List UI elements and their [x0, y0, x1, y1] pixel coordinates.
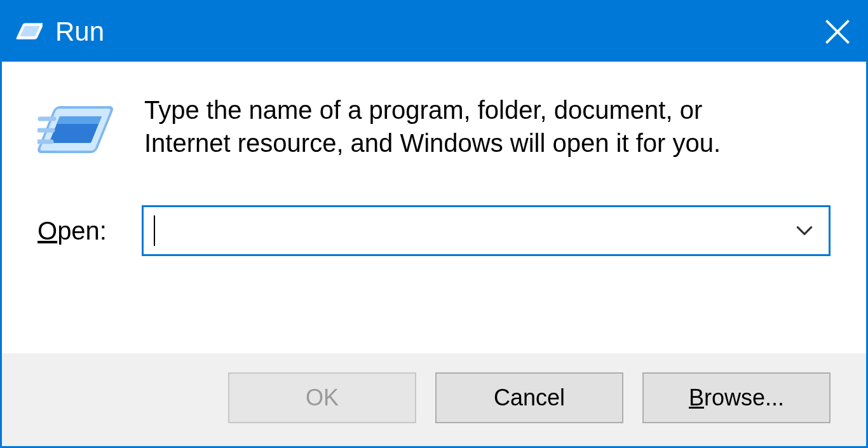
open-label: Open:	[37, 217, 142, 245]
ok-button[interactable]: OK	[228, 372, 416, 423]
browse-button-label: Browse...	[689, 384, 784, 411]
window-title: Run	[55, 17, 809, 47]
svg-rect-6	[57, 116, 102, 124]
combobox-dropdown-button[interactable]	[787, 212, 822, 250]
ok-button-label: OK	[306, 384, 339, 411]
titlebar[interactable]: Run	[2, 2, 866, 62]
open-input[interactable]	[155, 212, 787, 250]
run-dialog-window: Run	[0, 0, 868, 448]
chevron-down-icon	[794, 220, 815, 241]
close-button[interactable]	[809, 2, 866, 62]
open-combobox[interactable]	[142, 205, 831, 256]
close-icon	[824, 18, 851, 46]
dialog-description: Type the name of a program, folder, docu…	[144, 93, 792, 160]
browse-button[interactable]: Browse...	[642, 372, 831, 423]
run-dialog-icon	[37, 96, 114, 172]
button-row: OK Cancel Browse...	[2, 353, 866, 446]
dialog-client-area: Type the name of a program, folder, docu…	[2, 62, 866, 353]
cancel-button-label: Cancel	[494, 384, 565, 411]
run-titlebar-icon	[13, 17, 44, 47]
cancel-button[interactable]: Cancel	[435, 372, 623, 423]
